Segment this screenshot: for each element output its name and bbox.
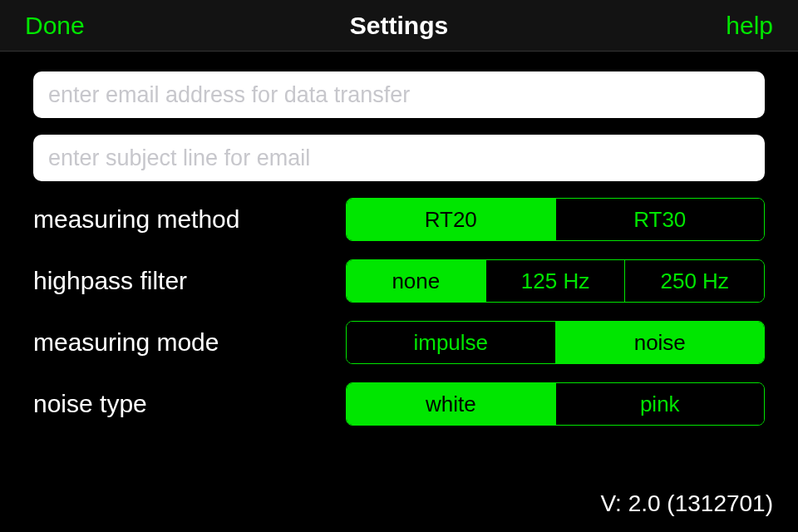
segmented-highpass-filter: none125 Hz250 Hz — [346, 259, 765, 303]
segmented-noise-type: whitepink — [346, 382, 765, 426]
segment-option[interactable]: noise — [555, 322, 765, 363]
setting-label: noise type — [33, 390, 346, 418]
setting-noise-type: noise type whitepink — [33, 382, 765, 426]
setting-highpass-filter: highpass filter none125 Hz250 Hz — [33, 259, 765, 303]
segmented-measuring-method: RT20RT30 — [346, 198, 765, 241]
page-title: Settings — [350, 12, 448, 40]
help-button[interactable]: help — [726, 12, 773, 40]
segment-option[interactable]: RT30 — [555, 199, 765, 240]
setting-measuring-method: measuring method RT20RT30 — [33, 198, 765, 241]
navbar: Done Settings help — [0, 0, 798, 52]
done-button[interactable]: Done — [25, 12, 85, 40]
segment-option[interactable]: white — [347, 383, 555, 425]
segment-option[interactable]: RT20 — [347, 199, 555, 240]
setting-label: measuring method — [33, 205, 346, 234]
segment-option[interactable]: 250 Hz — [624, 260, 764, 302]
setting-measuring-mode: measuring mode impulsenoise — [33, 321, 765, 364]
subject-input[interactable] — [33, 135, 765, 181]
version-label: V: 2.0 (1312701) — [600, 490, 773, 517]
segment-option[interactable]: none — [347, 260, 485, 302]
segment-option[interactable]: pink — [555, 383, 765, 425]
email-input[interactable] — [33, 71, 765, 118]
segment-option[interactable]: impulse — [347, 322, 555, 363]
settings-content: measuring method RT20RT30 highpass filte… — [0, 52, 798, 426]
segment-option[interactable]: 125 Hz — [485, 260, 625, 302]
segmented-measuring-mode: impulsenoise — [346, 321, 765, 364]
setting-label: measuring mode — [33, 328, 346, 357]
setting-label: highpass filter — [33, 267, 346, 295]
